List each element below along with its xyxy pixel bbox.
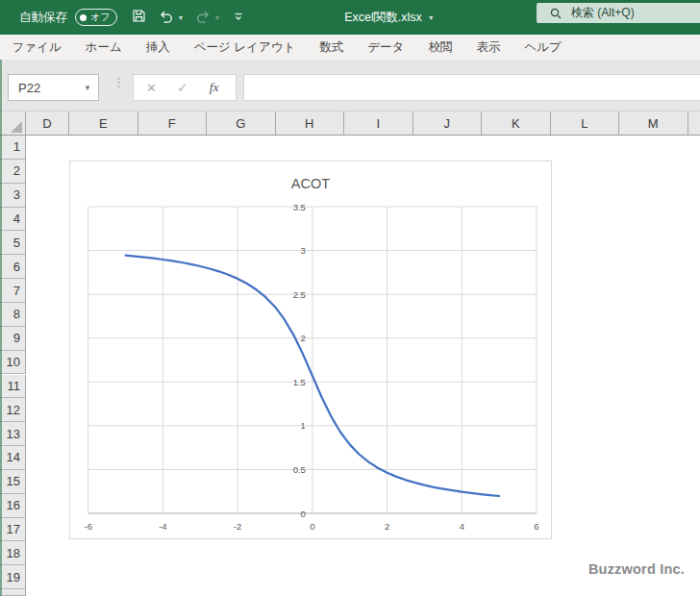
row-header-9[interactable]: 9 xyxy=(0,327,26,351)
column-header-F[interactable]: F xyxy=(138,112,208,135)
column-header-I[interactable]: I xyxy=(344,112,413,135)
redo-menu-caret: ▼ xyxy=(213,14,220,21)
row-header-16[interactable]: 16 xyxy=(0,494,26,518)
svg-text:-4: -4 xyxy=(159,521,166,532)
window-left-edge xyxy=(0,60,2,596)
autosave-state-label: オフ xyxy=(90,11,110,24)
svg-text:3.5: 3.5 xyxy=(293,202,306,212)
select-all-triangle-icon xyxy=(11,121,22,133)
column-header-J[interactable]: J xyxy=(413,112,483,135)
column-header-row: DEFGHIJKLM xyxy=(0,111,700,136)
document-title[interactable]: Excel関数.xlsx ▼ xyxy=(308,0,471,35)
row-header-partial[interactable] xyxy=(0,589,26,596)
formula-buttons: ✕ ✓ fx xyxy=(133,74,237,101)
customize-quick-access-toolbar-button[interactable] xyxy=(233,11,244,25)
row-header-6[interactable]: 6 xyxy=(0,255,26,279)
redo-icon xyxy=(195,9,211,27)
document-title-caret-icon: ▼ xyxy=(428,14,435,21)
svg-text:0: 0 xyxy=(310,521,314,532)
chart[interactable]: ACOT00.511.522.533.5-6-4-20246 xyxy=(69,161,552,539)
column-header-L[interactable]: L xyxy=(551,112,620,135)
autosave-toggle[interactable]: オフ xyxy=(75,9,117,26)
column-header-K[interactable]: K xyxy=(482,112,551,135)
column-header-D[interactable]: D xyxy=(26,112,69,135)
svg-text:2: 2 xyxy=(385,521,389,532)
row-header-13[interactable]: 13 xyxy=(0,422,26,446)
row-header-14[interactable]: 14 xyxy=(0,446,26,470)
ribbon-tab-data[interactable]: データ xyxy=(356,35,416,60)
select-all-button[interactable] xyxy=(0,112,26,135)
formula-bar-row: P22 ▼ ⋮ ✕ ✓ fx xyxy=(0,60,700,111)
svg-text:-2: -2 xyxy=(234,521,241,532)
column-header-M[interactable]: M xyxy=(619,112,688,135)
svg-text:6: 6 xyxy=(534,521,538,532)
column-header-G[interactable]: G xyxy=(207,112,276,135)
search-box[interactable]: 検索 (Alt+Q) xyxy=(537,3,700,23)
svg-text:2.5: 2.5 xyxy=(293,289,306,300)
column-header-E[interactable]: E xyxy=(69,112,138,135)
enter-button[interactable]: ✓ xyxy=(177,80,188,95)
svg-text:-6: -6 xyxy=(84,521,91,532)
acot-chart-svg: ACOT00.511.522.533.5-6-4-20246 xyxy=(70,161,551,538)
row-header-11[interactable]: 11 xyxy=(0,375,26,399)
row-header-5[interactable]: 5 xyxy=(0,231,26,255)
row-header-8[interactable]: 8 xyxy=(0,303,26,327)
name-box[interactable]: P22 ▼ xyxy=(8,74,99,101)
svg-text:1.5: 1.5 xyxy=(293,377,306,387)
ribbon-tab-home[interactable]: ホーム xyxy=(73,35,134,60)
toggle-knob-icon xyxy=(80,14,87,21)
column-header-H[interactable]: H xyxy=(276,112,345,135)
excel-window: 自動保存 オフ ▼ xyxy=(0,0,700,596)
ribbon-tab-file[interactable]: ファイル xyxy=(0,35,73,60)
ribbon-tab-help[interactable]: ヘルプ xyxy=(512,35,573,60)
undo-button[interactable]: ▼ xyxy=(159,9,184,27)
row-header-10[interactable]: 10 xyxy=(0,351,26,375)
row-header-17[interactable]: 17 xyxy=(0,518,26,542)
undo-icon xyxy=(159,9,174,27)
row-header-15[interactable]: 15 xyxy=(0,470,26,494)
ribbon-tab-formulas[interactable]: 数式 xyxy=(308,35,356,60)
fx-icon: fx xyxy=(210,80,219,94)
ribbon-tab-review[interactable]: 校閲 xyxy=(416,35,464,60)
titlebar: 自動保存 オフ ▼ xyxy=(0,0,700,35)
formula-bar-separator: ⋮ xyxy=(112,80,125,85)
cancel-button[interactable]: ✕ xyxy=(146,81,157,95)
ribbon-tab-insert[interactable]: 挿入 xyxy=(134,35,182,60)
row-header-7[interactable]: 7 xyxy=(0,279,26,303)
ribbon-tab-bar: ファイルホーム挿入ページ レイアウト数式データ校閲表示ヘルプ xyxy=(0,35,700,60)
svg-text:4: 4 xyxy=(460,521,464,532)
column-header-partial[interactable] xyxy=(688,112,700,135)
save-icon xyxy=(132,9,146,26)
svg-text:1: 1 xyxy=(301,420,306,431)
row-header-18[interactable]: 18 xyxy=(0,541,26,565)
ribbon-tab-view[interactable]: 表示 xyxy=(464,35,512,60)
search-icon xyxy=(550,8,562,19)
svg-text:2: 2 xyxy=(301,333,306,343)
name-box-value: P22 xyxy=(18,81,84,95)
undo-menu-caret: ▼ xyxy=(177,14,184,21)
svg-text:0.5: 0.5 xyxy=(293,464,306,475)
svg-text:0: 0 xyxy=(301,509,306,519)
row-header-3[interactable]: 3 xyxy=(0,184,26,208)
customize-toolbar-icon xyxy=(233,11,244,25)
autosave-label: 自動保存 xyxy=(19,10,67,26)
svg-text:ACOT: ACOT xyxy=(291,176,330,191)
row-header-4[interactable]: 4 xyxy=(0,208,26,232)
save-button[interactable] xyxy=(132,9,146,26)
redo-button[interactable]: ▼ xyxy=(195,9,220,27)
row-header-1[interactable]: 1 xyxy=(0,136,26,160)
svg-text:3: 3 xyxy=(301,245,306,256)
formula-input[interactable] xyxy=(243,74,700,101)
name-box-caret-icon: ▼ xyxy=(84,84,91,92)
insert-function-button[interactable]: fx xyxy=(210,80,219,95)
row-header-19[interactable]: 19 xyxy=(0,565,26,589)
ribbon-tab-page-layout[interactable]: ページ レイアウト xyxy=(182,35,308,60)
row-header-12[interactable]: 12 xyxy=(0,398,26,422)
row-header-2[interactable]: 2 xyxy=(0,160,26,184)
watermark: Buzzword Inc. xyxy=(538,561,685,577)
search-placeholder: 検索 (Alt+Q) xyxy=(571,5,635,21)
